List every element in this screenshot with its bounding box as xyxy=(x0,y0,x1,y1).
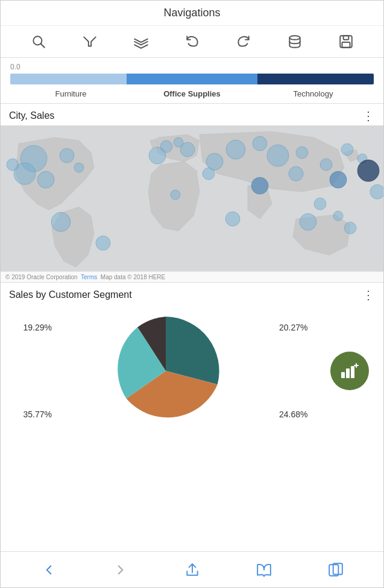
bar-technology[interactable] xyxy=(257,74,374,84)
svg-rect-41 xyxy=(351,366,354,378)
svg-rect-39 xyxy=(341,372,345,378)
back-button[interactable] xyxy=(34,557,64,583)
header: Navigations xyxy=(1,1,383,58)
pie-title: Sales by Customer Segment xyxy=(9,289,132,300)
svg-point-23 xyxy=(226,140,245,159)
svg-line-1 xyxy=(40,44,44,48)
svg-point-8 xyxy=(37,171,54,188)
bar-labels: Furniture Office Supplies Technology xyxy=(10,88,374,101)
undo-icon[interactable] xyxy=(180,30,204,54)
svg-point-36 xyxy=(333,211,343,221)
svg-point-29 xyxy=(320,159,332,171)
svg-point-38 xyxy=(344,222,356,234)
svg-point-28 xyxy=(289,166,303,181)
svg-point-2 xyxy=(289,36,300,40)
bar-chart-section: 0.0 Furniture Office Supplies Technology xyxy=(1,58,383,104)
svg-point-33 xyxy=(341,144,353,156)
map-terms-link[interactable]: Terms xyxy=(81,274,97,280)
pie-label-1: 19.29% xyxy=(24,323,52,332)
pie-section: Sales by Customer Segment ⋮ 19.29% 35.77… xyxy=(1,283,383,551)
svg-point-24 xyxy=(253,136,267,151)
svg-point-26 xyxy=(296,147,308,159)
pie-label-4: 24.68% xyxy=(279,409,307,419)
svg-point-31 xyxy=(357,160,379,182)
svg-point-22 xyxy=(225,212,240,226)
svg-point-13 xyxy=(51,212,71,232)
pie-label-3: 35.77% xyxy=(24,409,52,419)
library-button[interactable] xyxy=(249,557,279,583)
svg-point-32 xyxy=(330,171,347,188)
toolbar xyxy=(1,25,383,57)
world-map-svg xyxy=(1,125,384,282)
layers-icon[interactable] xyxy=(129,30,153,54)
filter-icon[interactable] xyxy=(78,30,102,54)
svg-point-37 xyxy=(300,213,316,230)
svg-point-17 xyxy=(180,142,195,157)
svg-point-21 xyxy=(171,190,180,200)
bar-label-office-supplies[interactable]: Office Supplies xyxy=(131,89,253,98)
axis-label: 0.0 xyxy=(10,63,374,71)
redo-icon[interactable] xyxy=(231,30,256,54)
add-viz-button[interactable] xyxy=(330,352,369,390)
pie-wrapper xyxy=(58,311,273,431)
map-title: City, Sales xyxy=(9,110,54,121)
bottom-nav xyxy=(1,551,383,587)
svg-point-11 xyxy=(60,148,74,163)
page-title: Navigations xyxy=(1,7,383,25)
pie-chart xyxy=(105,311,226,431)
pie-label-2: 20.27% xyxy=(279,323,307,332)
pie-content: 19.29% 35.77% 20.27% 24.68% xyxy=(1,305,383,437)
svg-point-34 xyxy=(370,185,384,199)
save-icon[interactable] xyxy=(334,30,358,54)
svg-point-14 xyxy=(96,236,110,250)
pie-kebab-menu[interactable]: ⋮ xyxy=(362,289,375,301)
svg-point-27 xyxy=(251,177,268,194)
database-icon[interactable] xyxy=(283,30,307,54)
bar-office-supplies[interactable] xyxy=(127,74,257,84)
pie-right-labels: 20.27% 24.68% xyxy=(279,317,324,425)
pie-header: Sales by Customer Segment ⋮ xyxy=(1,283,383,305)
map-kebab-menu[interactable]: ⋮ xyxy=(362,110,375,122)
map-footer: © 2019 Oracle Corporation Terms Map data… xyxy=(1,271,384,282)
forward-button[interactable] xyxy=(105,557,136,583)
svg-point-25 xyxy=(267,145,289,166)
svg-rect-5 xyxy=(342,42,350,48)
bar-furniture[interactable] xyxy=(10,74,127,84)
bar-label-technology[interactable]: Technology xyxy=(253,89,374,98)
pie-left-labels: 19.29% 35.77% xyxy=(7,317,52,425)
bar-track[interactable] xyxy=(10,74,374,84)
map-header: City, Sales ⋮ xyxy=(1,104,383,125)
svg-point-18 xyxy=(149,147,166,164)
search-icon[interactable] xyxy=(27,30,51,54)
svg-rect-40 xyxy=(346,368,350,378)
map-section: City, Sales ⋮ xyxy=(1,104,383,283)
pages-button[interactable] xyxy=(321,557,351,583)
svg-point-35 xyxy=(314,198,326,210)
bar-label-furniture[interactable]: Furniture xyxy=(10,89,131,98)
map-container[interactable]: © 2019 Oracle Corporation Terms Map data… xyxy=(1,125,384,282)
share-button[interactable] xyxy=(177,557,207,583)
svg-point-12 xyxy=(74,163,84,172)
svg-point-10 xyxy=(7,159,19,171)
svg-rect-4 xyxy=(343,36,348,40)
svg-point-20 xyxy=(206,153,223,170)
